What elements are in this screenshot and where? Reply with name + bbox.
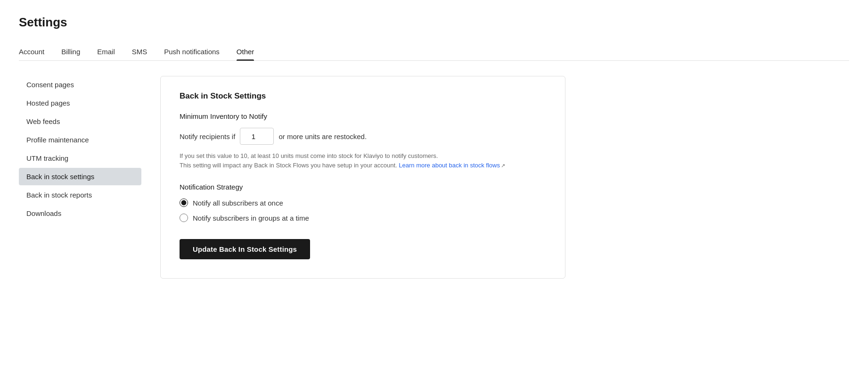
sidebar-item-utm-tracking[interactable]: UTM tracking bbox=[19, 149, 141, 167]
notify-prefix: Notify recipients if bbox=[180, 132, 235, 140]
tab-billing[interactable]: Billing bbox=[61, 43, 80, 60]
page-title: Settings bbox=[19, 15, 849, 30]
notify-row: Notify recipients if or more units are r… bbox=[180, 128, 546, 145]
external-link-icon: ↗ bbox=[501, 162, 505, 170]
radio-groups-input[interactable] bbox=[180, 214, 188, 222]
notification-strategy-label: Notification Strategy bbox=[180, 183, 546, 191]
tab-account[interactable]: Account bbox=[19, 43, 44, 60]
notify-suffix: or more units are restocked. bbox=[278, 132, 367, 140]
radio-groups[interactable]: Notify subscribers in groups at a time bbox=[180, 214, 546, 222]
tab-push-notifications[interactable]: Push notifications bbox=[164, 43, 220, 60]
sidebar-item-hosted-pages[interactable]: Hosted pages bbox=[19, 94, 141, 112]
radio-all-at-once-label: Notify all subscribers at once bbox=[193, 199, 283, 207]
card-title: Back in Stock Settings bbox=[180, 91, 546, 101]
minimum-inventory-label: Minimum Inventory to Notify bbox=[180, 112, 546, 120]
sidebar-item-back-in-stock-reports[interactable]: Back in stock reports bbox=[19, 186, 141, 204]
tab-email[interactable]: Email bbox=[97, 43, 115, 60]
sidebar-item-downloads[interactable]: Downloads bbox=[19, 205, 141, 222]
main-content: Back in Stock Settings Minimum Inventory… bbox=[151, 76, 849, 279]
hint-line2: This setting will impact any Back in Sto… bbox=[180, 162, 397, 169]
hint-line1: If you set this value to 10, at least 10… bbox=[180, 152, 438, 159]
radio-all-at-once-input[interactable] bbox=[180, 198, 188, 207]
sidebar: Consent pages Hosted pages Web feeds Pro… bbox=[19, 76, 151, 279]
back-in-stock-card: Back in Stock Settings Minimum Inventory… bbox=[160, 76, 565, 279]
tabs-bar: Account Billing Email SMS Push notificat… bbox=[19, 43, 849, 61]
sidebar-item-web-feeds[interactable]: Web feeds bbox=[19, 113, 141, 130]
tab-other[interactable]: Other bbox=[237, 43, 254, 60]
update-button[interactable]: Update Back In Stock Settings bbox=[180, 239, 310, 259]
tab-sms[interactable]: SMS bbox=[132, 43, 147, 60]
notification-strategy-radio-group: Notify all subscribers at once Notify su… bbox=[180, 198, 546, 222]
radio-groups-label: Notify subscribers in groups at a time bbox=[193, 214, 309, 222]
sidebar-item-back-in-stock-settings[interactable]: Back in stock settings bbox=[19, 168, 141, 185]
sidebar-item-consent-pages[interactable]: Consent pages bbox=[19, 76, 141, 93]
hint-text: If you set this value to 10, at least 10… bbox=[180, 151, 546, 170]
radio-all-at-once[interactable]: Notify all subscribers at once bbox=[180, 198, 546, 207]
sidebar-item-profile-maintenance[interactable]: Profile maintenance bbox=[19, 131, 141, 149]
learn-more-link[interactable]: Learn more about back in stock flows bbox=[399, 162, 500, 169]
minimum-inventory-input[interactable] bbox=[240, 128, 274, 145]
